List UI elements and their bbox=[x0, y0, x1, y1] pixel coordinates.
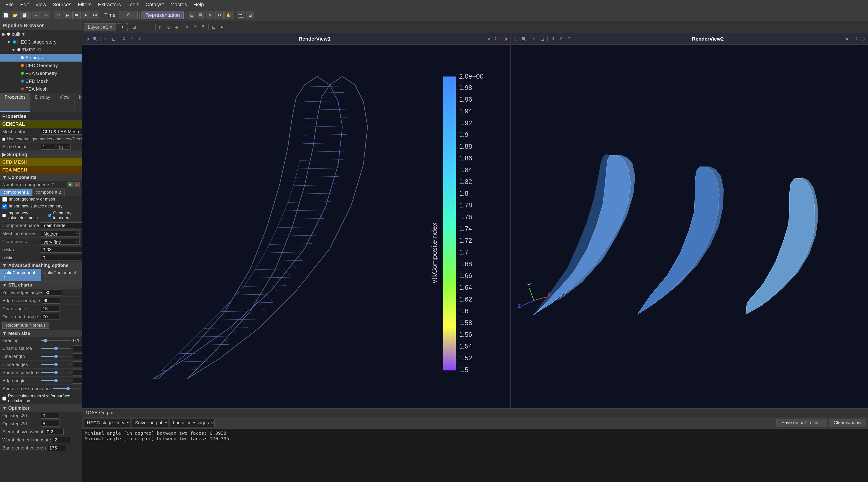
coarseness-select[interactable]: very fine fine medium coarse bbox=[41, 239, 80, 245]
recalculate-checkbox[interactable] bbox=[2, 396, 6, 401]
menu-filters[interactable]: Filters bbox=[74, 0, 95, 9]
pipeline-item-cfd-mesh[interactable]: ▶ CFD Mesh bbox=[0, 77, 82, 85]
optimizer-header[interactable]: ▼ Optimizer bbox=[0, 404, 82, 412]
solid-comp-tab-2[interactable]: solidComponent 2 bbox=[41, 269, 82, 281]
redo-btn[interactable]: ↪ bbox=[42, 11, 50, 19]
rv2-select-btn[interactable]: ↖ bbox=[531, 35, 538, 43]
undo-btn[interactable]: ↩ bbox=[32, 11, 41, 19]
rv2-fullscreen-btn[interactable]: ⛶ bbox=[851, 35, 859, 43]
solid-comp-tab-1[interactable]: solidComponent 1 bbox=[0, 269, 41, 281]
import-surface-checkbox[interactable] bbox=[2, 204, 7, 209]
pipeline-item-cfd-geometry[interactable]: ▶ CFD Geometry bbox=[0, 62, 82, 69]
clear-window-btn[interactable]: Clear window bbox=[829, 419, 866, 427]
reset-camera-btn[interactable]: ⊞ bbox=[188, 11, 196, 19]
component-name-input[interactable] bbox=[41, 222, 82, 229]
line-length-input[interactable] bbox=[72, 353, 82, 359]
rv1-reset-btn[interactable]: ⊞ bbox=[84, 35, 91, 43]
h-min-input[interactable] bbox=[41, 255, 82, 261]
rv2-box-btn[interactable]: ◻ bbox=[539, 35, 546, 43]
settings-btn[interactable]: ⚙ bbox=[54, 11, 62, 19]
pipeline-item-builtin[interactable]: ▶ builtin: bbox=[0, 30, 82, 38]
general-header[interactable]: GENERAL bbox=[0, 121, 82, 128]
outer-chart-input[interactable] bbox=[41, 314, 59, 320]
rv2-zoom-btn[interactable]: 🔍 bbox=[520, 35, 528, 43]
pipeline-item-settings[interactable]: ▶ Settings bbox=[0, 54, 82, 62]
reset-view-btn[interactable]: ⊞ bbox=[130, 24, 138, 31]
menu-tools[interactable]: Tools bbox=[124, 0, 142, 9]
tab-display[interactable]: Display bbox=[30, 93, 55, 112]
element-size-weight-input[interactable] bbox=[45, 429, 64, 435]
fea-mesh-header[interactable]: FEA MESH bbox=[0, 166, 82, 174]
zoom-in-btn[interactable]: + bbox=[138, 24, 146, 31]
zoom-out-btn[interactable]: - bbox=[147, 24, 154, 31]
mesh-size-header[interactable]: ▼ Mesh size bbox=[0, 330, 82, 337]
save-output-btn[interactable]: Save output to file... bbox=[776, 419, 827, 427]
select-btn[interactable]: ↖ bbox=[206, 11, 214, 19]
tab-properties[interactable]: Properties bbox=[0, 93, 30, 112]
pan-btn[interactable]: ✋ bbox=[224, 11, 233, 19]
story-selector[interactable]: HECC-stage-story bbox=[84, 419, 130, 427]
worst-element-input[interactable] bbox=[53, 437, 71, 443]
solver-output-select[interactable]: Solver output bbox=[132, 419, 168, 427]
layout-tab-1[interactable]: Layout #1 × bbox=[84, 23, 116, 31]
rv2-reset-btn[interactable]: ⊞ bbox=[512, 35, 520, 43]
play-btn[interactable]: ▶ bbox=[63, 11, 71, 19]
import-volumetric-checkbox[interactable] bbox=[2, 213, 6, 218]
close-edges-input[interactable] bbox=[72, 361, 82, 367]
pipeline-item-tmesh[interactable]: ▼ TMESH1 bbox=[0, 46, 82, 54]
chart-angle-input[interactable] bbox=[41, 306, 59, 312]
rotate-btn[interactable]: ↺ bbox=[215, 11, 223, 19]
rv1-box-btn[interactable]: ◻ bbox=[110, 35, 117, 43]
use-external-checkbox[interactable] bbox=[2, 137, 5, 142]
surface-curvature-input[interactable] bbox=[72, 369, 82, 375]
menu-file[interactable]: File bbox=[2, 0, 17, 9]
menu-catalyst[interactable]: Catalyst bbox=[143, 0, 167, 9]
mesh-output-input[interactable] bbox=[41, 129, 82, 134]
scale-unit-select[interactable]: in mm cm m bbox=[57, 144, 70, 150]
zoom-btn[interactable]: 🔍 bbox=[197, 11, 205, 19]
yellow-edges-input[interactable] bbox=[44, 290, 62, 296]
comp-tab-2[interactable]: component 2 bbox=[32, 188, 65, 196]
rv1-close-btn[interactable]: ✕ bbox=[486, 35, 493, 43]
representation-button[interactable]: Representation bbox=[142, 11, 184, 19]
recompute-normals-btn[interactable]: Recompute Normals bbox=[2, 322, 49, 329]
menu-extractors[interactable]: Extractors bbox=[95, 0, 124, 9]
camera-z-btn[interactable]: Z bbox=[199, 24, 207, 31]
interactive-render-btn[interactable]: ● bbox=[218, 24, 225, 31]
geometry-imported-checkbox[interactable] bbox=[48, 213, 52, 218]
surface-curvature-slider[interactable] bbox=[41, 372, 71, 373]
screenshot-btn[interactable]: 📷 bbox=[237, 11, 245, 19]
cfd-mesh-header[interactable]: CFD MESH bbox=[0, 158, 82, 166]
rv2-y-btn[interactable]: Y bbox=[557, 35, 564, 43]
forward-btn[interactable]: ⏭ bbox=[91, 11, 99, 19]
menu-help[interactable]: Help bbox=[190, 0, 207, 9]
meshing-engine-select[interactable]: Netgen Gmsh bbox=[41, 231, 80, 237]
rv1-y-btn[interactable]: Y bbox=[128, 35, 136, 43]
edge-angle-slider[interactable] bbox=[41, 380, 71, 381]
new-btn[interactable]: 📄 bbox=[2, 11, 10, 19]
remove-component-btn[interactable]: − bbox=[74, 182, 80, 187]
log-messages-select[interactable]: Log all messages bbox=[170, 419, 215, 427]
menu-sources[interactable]: Sources bbox=[50, 0, 75, 9]
back-btn[interactable]: ⏮ bbox=[82, 11, 90, 19]
tab-information[interactable]: Information bbox=[74, 93, 82, 112]
select-cell-btn[interactable]: ◈ bbox=[173, 24, 181, 31]
menu-edit[interactable]: Edit bbox=[17, 0, 32, 9]
select-point-btn[interactable]: ⊕ bbox=[165, 24, 173, 31]
rv1-split-btn[interactable]: ⊞ bbox=[501, 35, 509, 43]
bad-element-input[interactable] bbox=[48, 445, 66, 451]
chart-distance-input[interactable] bbox=[72, 345, 82, 351]
time-input[interactable]: 0 bbox=[119, 11, 137, 19]
components-header[interactable]: ▼ Components bbox=[0, 174, 82, 181]
stl-charts-header[interactable]: ▼ STL charts bbox=[0, 281, 82, 289]
open-btn[interactable]: 📂 bbox=[11, 11, 19, 19]
import-geom-checkbox[interactable] bbox=[2, 197, 7, 202]
rv2-split-btn[interactable]: ⊞ bbox=[859, 35, 867, 43]
rv1-fullscreen-btn[interactable]: ⛶ bbox=[493, 35, 501, 43]
comp-tab-1[interactable]: component 1 bbox=[0, 188, 32, 196]
edge-angle-input[interactable] bbox=[72, 378, 82, 384]
select-surface-btn[interactable]: ◻ bbox=[157, 24, 164, 31]
layout-btn[interactable]: ⊟ bbox=[246, 11, 254, 19]
scale-factor-input[interactable] bbox=[41, 144, 55, 150]
line-length-slider[interactable] bbox=[41, 356, 71, 357]
